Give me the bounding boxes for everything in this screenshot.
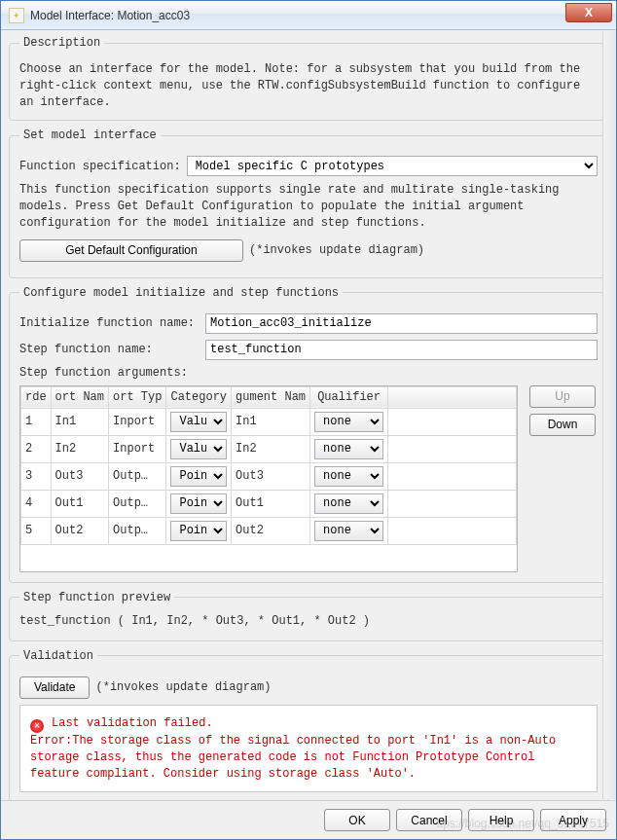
portname-cell: Out3 [51,462,108,490]
dialog-body: Description Choose an interface for the … [1,30,616,800]
initialize-function-input[interactable] [205,313,598,334]
table-row[interactable]: 2In2InportValueIn2none [21,435,517,462]
step-preview-legend: Step function preview [19,591,174,604]
validation-legend: Validation [19,649,97,663]
step-function-input[interactable] [205,340,598,360]
set-model-interface-legend: Set model interface [19,128,161,142]
description-group: Description Choose an interface for the … [9,36,608,121]
close-button[interactable]: X [565,3,612,22]
error-header: Last validation failed. [52,716,213,730]
argname-cell[interactable]: Out1 [232,490,310,517]
category-select-cell: Value [166,435,232,462]
cancel-button[interactable]: Cancel [396,809,462,831]
function-specification-select[interactable]: Model specific C prototypes [187,156,598,176]
table-header[interactable]: Qualifier [310,386,388,408]
qualifier-select[interactable]: none [314,493,383,514]
porttype-cell: Outp… [109,490,166,517]
table-header-spacer [388,386,517,408]
order-cell: 2 [21,435,52,462]
table-row[interactable]: 1In1InportValueIn1none [21,408,517,435]
description-text: Choose an interface for the model. Note:… [19,61,598,110]
window-title: Model Interface: Motion_acc03 [30,9,190,22]
porttype-cell: Inport [109,408,166,435]
argname-cell[interactable]: Out3 [232,462,310,490]
qualifier-select-cell: none [310,517,388,544]
argname-cell[interactable]: Out2 [232,517,310,544]
initialize-function-label: Initialize function name: [19,316,200,330]
category-select-cell: Value [166,408,232,435]
category-select[interactable]: Value [170,439,227,459]
qualifier-select[interactable]: none [314,439,383,459]
help-button[interactable]: Help [468,809,534,831]
table-row[interactable]: 3Out3Outp…PointOut3none [21,462,517,490]
category-select-cell: Point [166,517,232,544]
apply-button[interactable]: Apply [540,809,606,831]
qualifier-select-cell: none [310,490,388,517]
order-cell: 3 [21,462,52,490]
error-icon: ✕ [30,719,44,733]
qualifier-select[interactable]: none [314,412,383,432]
get-default-note: (*invokes update diagram) [249,243,424,257]
order-cell: 4 [21,490,52,517]
category-select[interactable]: Point [170,466,227,487]
app-icon: ✦ [9,8,24,23]
spacer-cell [388,490,517,517]
table-header[interactable]: Category [166,386,232,408]
portname-cell: In1 [51,408,108,435]
validate-button[interactable]: Validate [19,676,90,699]
spacer-cell [388,435,517,462]
validation-error-box: ✕Last validation failed. Error:The stora… [19,705,598,792]
scrollbar-vertical[interactable] [602,31,616,799]
down-button[interactable]: Down [529,414,596,436]
model-interface-window: ✦ Model Interface: Motion_acc03 X Descri… [0,0,617,840]
porttype-cell: Outp… [109,517,166,544]
table-row[interactable]: 4Out1Outp…PointOut1none [21,490,517,517]
validate-note: (*invokes update diagram) [95,680,271,694]
spacer-cell [388,517,517,544]
table-row[interactable]: 5Out2Outp…PointOut2none [21,517,517,544]
step-args-label: Step function arguments: [19,366,188,380]
qualifier-select[interactable]: none [314,521,383,541]
portname-cell: Out2 [51,517,108,544]
category-select-cell: Point [166,490,232,517]
function-specification-label: Function specification: [19,160,181,173]
category-select[interactable]: Point [170,521,227,541]
description-legend: Description [19,36,104,50]
step-preview-group: Step function preview test_function ( In… [9,591,608,641]
qualifier-select-cell: none [310,435,388,462]
qualifier-select[interactable]: none [314,466,383,487]
function-spec-note: This function specification supports sin… [19,182,598,231]
order-cell: 1 [21,408,52,435]
up-button[interactable]: Up [529,385,596,408]
porttype-cell: Outp… [109,462,166,490]
category-select-cell: Point [166,462,232,490]
argname-cell[interactable]: In1 [232,408,310,435]
configure-functions-legend: Configure model initialize and step func… [19,286,343,300]
table-header[interactable]: ort Typ [109,386,166,408]
table-header[interactable]: rde [21,386,52,408]
get-default-configuration-button[interactable]: Get Default Configuration [19,239,243,262]
order-cell: 5 [21,517,52,544]
step-function-label: Step function name: [19,343,200,356]
spacer-cell [388,462,517,490]
category-select[interactable]: Value [170,412,227,432]
category-select[interactable]: Point [170,493,227,514]
porttype-cell: Inport [109,435,166,462]
qualifier-select-cell: none [310,462,388,490]
configure-functions-group: Configure model initialize and step func… [9,286,608,583]
dialog-footer: OK Cancel Help Apply [1,800,616,839]
step-preview-text: test_function ( In1, In2, * Out3, * Out1… [19,612,598,631]
ok-button[interactable]: OK [324,809,390,831]
step-args-table: rdeort Namort TypCategorygument NamQuali… [19,385,518,572]
portname-cell: Out1 [51,490,108,517]
argname-cell[interactable]: In2 [232,435,310,462]
titlebar: ✦ Model Interface: Motion_acc03 X [1,1,616,30]
portname-cell: In2 [51,435,108,462]
table-header[interactable]: ort Nam [51,386,108,408]
error-body: Error:The storage class of the signal co… [30,734,556,781]
qualifier-select-cell: none [310,408,388,435]
spacer-cell [388,408,517,435]
validation-group: Validation Validate (*invokes update dia… [9,649,608,800]
table-header[interactable]: gument Nam [232,386,310,408]
set-model-interface-group: Set model interface Function specificati… [9,128,608,277]
